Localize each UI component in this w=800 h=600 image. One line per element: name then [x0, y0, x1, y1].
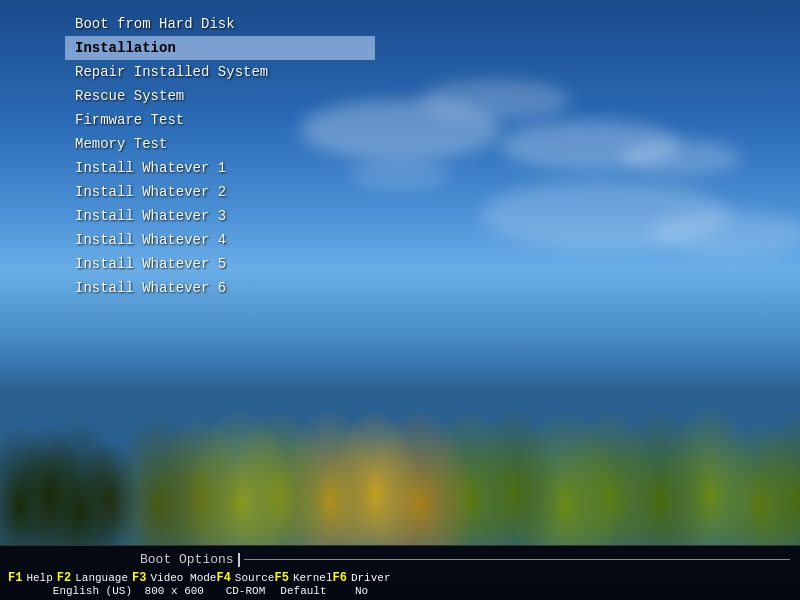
fn-key-f6: F6: [332, 571, 346, 585]
fn-group-f6[interactable]: F6DriverNo: [332, 571, 390, 597]
fn-label-f3: Video Mode: [150, 572, 216, 584]
boot-options-label: Boot Options: [140, 552, 234, 567]
fn-key-f3: F3: [132, 571, 146, 585]
fn-group-f4[interactable]: F4SourceCD-ROM: [216, 571, 274, 597]
fn-group-f2[interactable]: F2LanguageEnglish (US): [53, 571, 132, 597]
bottom-bar: Boot Options F1HelpF2LanguageEnglish (US…: [0, 545, 800, 600]
fn-group-f5[interactable]: F5KernelDefault: [274, 571, 332, 597]
fn-value-f6: No: [355, 585, 368, 597]
boot-options-underline: [244, 559, 790, 560]
fn-key-f5: F5: [274, 571, 288, 585]
fn-group-f3[interactable]: F3Video Mode800 x 600: [132, 571, 216, 597]
fn-label-f2: Language: [75, 572, 128, 584]
menu-item-install-whatever-6[interactable]: Install Whatever 6: [65, 276, 375, 300]
menu-item-firmware-test[interactable]: Firmware Test: [65, 108, 375, 132]
fn-value-f4: CD-ROM: [226, 585, 266, 597]
fn-label-f5: Kernel: [293, 572, 333, 584]
menu-item-installation[interactable]: Installation: [65, 36, 375, 60]
fn-label-f4: Source: [235, 572, 275, 584]
trees: [0, 385, 800, 545]
fn-label-f1: Help: [26, 572, 52, 584]
fn-key-f4: F4: [216, 571, 230, 585]
menu-item-install-whatever-4[interactable]: Install Whatever 4: [65, 228, 375, 252]
fn-value-f5: Default: [280, 585, 326, 597]
menu-item-memory-test[interactable]: Memory Test: [65, 132, 375, 156]
menu-item-install-whatever-2[interactable]: Install Whatever 2: [65, 180, 375, 204]
menu-item-rescue[interactable]: Rescue System: [65, 84, 375, 108]
fn-label-f6: Driver: [351, 572, 391, 584]
fn-row: F1HelpF2LanguageEnglish (US)F3Video Mode…: [0, 571, 800, 597]
boot-options-row: Boot Options: [0, 546, 800, 571]
menu-container: Boot from Hard DiskInstallationRepair In…: [65, 12, 375, 300]
menu-item-repair[interactable]: Repair Installed System: [65, 60, 375, 84]
fn-group-f1[interactable]: F1Help: [8, 571, 53, 585]
fn-value-f3: 800 x 600: [145, 585, 204, 597]
fn-key-f2: F2: [57, 571, 71, 585]
menu-item-install-whatever-1[interactable]: Install Whatever 1: [65, 156, 375, 180]
menu-item-boot-hd[interactable]: Boot from Hard Disk: [65, 12, 375, 36]
menu-item-install-whatever-3[interactable]: Install Whatever 3: [65, 204, 375, 228]
fn-value-f2: English (US): [53, 585, 132, 597]
menu-item-install-whatever-5[interactable]: Install Whatever 5: [65, 252, 375, 276]
boot-options-cursor: [238, 553, 240, 567]
fn-key-f1: F1: [8, 571, 22, 585]
